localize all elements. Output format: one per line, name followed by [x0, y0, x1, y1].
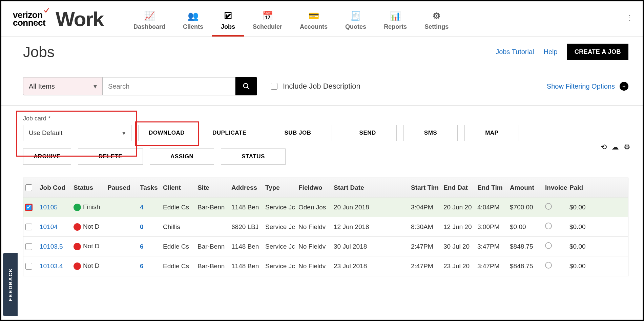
end-time-cell: 3:00PM: [475, 223, 508, 231]
job-code-link[interactable]: 10103.4: [38, 262, 71, 270]
table-row[interactable]: 10105Finish4Eddie CsBar-Benn1148 BenServ…: [23, 198, 628, 217]
col-header[interactable]: End Dat: [441, 184, 475, 191]
table-row[interactable]: 10104Not D0Chillis6820 LBJService JcNo F…: [23, 217, 628, 237]
search-input[interactable]: [103, 77, 235, 95]
nav-tab-scheduler[interactable]: 📅Scheduler: [244, 1, 291, 37]
show-filtering-link[interactable]: Show Filtering Options: [547, 83, 615, 90]
caret-down-icon: ▾: [94, 82, 97, 90]
nav-tab-jobs[interactable]: 🗹Jobs: [212, 1, 244, 37]
search-button[interactable]: [235, 77, 257, 95]
nav-icon: 📈: [144, 11, 155, 21]
archive-button[interactable]: ARCHIVE: [23, 148, 71, 165]
col-header[interactable]: Client: [161, 184, 195, 191]
work-logo: Work: [56, 7, 103, 31]
nav-tab-accounts[interactable]: 💳Accounts: [291, 1, 336, 37]
nav-tab-reports[interactable]: 📊Reports: [375, 1, 416, 37]
invoiced-cell: [543, 223, 567, 231]
include-checkbox[interactable]: [271, 83, 277, 90]
settings-gear-icon[interactable]: ⚙: [624, 143, 630, 152]
nav-icon: 📅: [262, 11, 273, 21]
type-cell: Service Jc: [263, 262, 296, 270]
col-header[interactable]: End Tim: [475, 184, 508, 191]
invoiced-radio[interactable]: [545, 242, 552, 249]
paid-cell: $0.00: [567, 262, 590, 270]
duplicate-button[interactable]: DUPLICATE: [202, 125, 257, 141]
col-header[interactable]: Fieldwo: [296, 184, 332, 191]
row-checkbox[interactable]: [25, 243, 32, 250]
caret-down-icon: ▾: [122, 129, 126, 137]
col-header[interactable]: Paused: [105, 184, 138, 191]
col-header[interactable]: Job Cod: [38, 184, 71, 191]
job-code-link[interactable]: 10103.5: [38, 243, 71, 250]
end-date-cell: 20 Jun 20: [441, 204, 475, 211]
invoiced-radio[interactable]: [545, 203, 552, 210]
row-checkbox[interactable]: [25, 224, 32, 230]
tasks-link[interactable]: 6: [138, 262, 161, 270]
add-filter-icon[interactable]: +: [620, 82, 628, 91]
nav-label: Scheduler: [253, 23, 282, 30]
invoiced-radio[interactable]: [545, 262, 552, 269]
col-header[interactable]: Start Date: [332, 184, 409, 191]
col-header[interactable]: Paid: [567, 184, 590, 191]
jobs-tutorial-link[interactable]: Jobs Tutorial: [496, 48, 534, 56]
start-time-cell: 2:47PM: [409, 262, 441, 270]
status-badge-icon: [74, 243, 81, 250]
col-header[interactable]: Invoiced: [543, 184, 567, 191]
select-all-checkbox[interactable]: [25, 184, 32, 191]
table-row[interactable]: 10103.4Not D6Eddie CsBar-Benn1148 BenSer…: [23, 256, 628, 276]
job-card-select[interactable]: Use Default ▾: [23, 125, 131, 141]
create-job-button[interactable]: CREATE A JOB: [567, 44, 628, 60]
map-button[interactable]: MAP: [464, 125, 519, 141]
more-menu-icon[interactable]: ⋮: [626, 14, 633, 22]
tasks-link[interactable]: 6: [138, 243, 161, 250]
row-checkbox[interactable]: [25, 204, 32, 211]
download-button[interactable]: DOWNLOAD: [138, 125, 195, 141]
col-header[interactable]: Start Tim: [409, 184, 441, 191]
status-badge-icon: [74, 262, 81, 270]
delete-button[interactable]: DELETE: [78, 148, 143, 165]
nav-icon: 🧾: [350, 11, 361, 21]
nav-tab-dashboard[interactable]: 📈Dashboard: [125, 1, 174, 37]
cloud-icon[interactable]: ☁: [611, 143, 619, 152]
col-header[interactable]: Amount: [508, 184, 543, 191]
type-cell: Service Jc: [263, 223, 296, 231]
end-time-cell: 4:04PM: [475, 204, 508, 211]
job-code-link[interactable]: 10104: [38, 223, 71, 231]
row-checkbox[interactable]: [25, 263, 32, 270]
sub-job-button[interactable]: SUB JOB: [264, 125, 332, 141]
feedback-tab[interactable]: FEEDBACK: [3, 253, 18, 316]
include-job-desc[interactable]: Include Job Description: [271, 82, 360, 91]
col-header[interactable]: Address: [229, 184, 263, 191]
nav-tab-clients[interactable]: 👥Clients: [174, 1, 212, 37]
help-link[interactable]: Help: [544, 48, 558, 56]
send-button[interactable]: SEND: [339, 125, 397, 141]
end-time-cell: 3:47PM: [475, 262, 508, 270]
action-toolbar: Job card * Use Default ▾ DOWNLOAD DUPLIC…: [1, 106, 643, 168]
status-button[interactable]: STATUS: [221, 148, 285, 165]
col-header[interactable]: [23, 184, 38, 191]
tasks-link[interactable]: 0: [138, 223, 161, 231]
address-cell: 6820 LBJ: [229, 223, 263, 231]
refresh-icon[interactable]: ⟲: [601, 143, 607, 152]
col-header[interactable]: Site: [195, 184, 229, 191]
amount-cell: $700.00: [508, 204, 543, 211]
col-header[interactable]: Tasks: [138, 184, 161, 191]
sms-button[interactable]: SMS: [403, 125, 458, 141]
nav-label: Reports: [384, 23, 407, 30]
items-filter-dropdown[interactable]: All Items ▾: [23, 77, 103, 95]
job-code-link[interactable]: 10105: [38, 204, 71, 211]
nav-tab-settings[interactable]: ⚙Settings: [416, 1, 457, 37]
col-header[interactable]: Status: [71, 184, 105, 191]
nav-tab-quotes[interactable]: 🧾Quotes: [336, 1, 375, 37]
items-filter-value: All Items: [29, 83, 55, 90]
invoiced-radio[interactable]: [545, 223, 552, 229]
invoiced-cell: [543, 242, 567, 251]
table-row[interactable]: 10103.5Not D6Eddie CsBar-Benn1148 BenSer…: [23, 237, 628, 256]
tasks-link[interactable]: 4: [138, 204, 161, 211]
verizon-check-icon: [43, 8, 49, 13]
col-header[interactable]: Type: [263, 184, 296, 191]
start-date-cell: 30 Jul 2018: [332, 243, 409, 250]
assign-button[interactable]: ASSIGN: [150, 148, 214, 165]
include-label: Include Job Description: [283, 82, 360, 91]
jobs-table: Job CodStatusPausedTasksClientSiteAddres…: [23, 178, 628, 276]
